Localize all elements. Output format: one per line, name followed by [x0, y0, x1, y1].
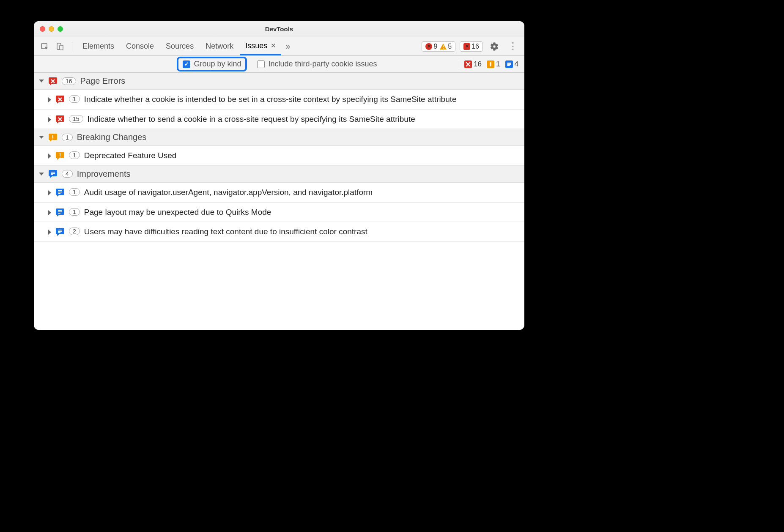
- issue-row[interactable]: 1Page layout may be unexpected due to Qu…: [34, 203, 524, 222]
- issue-row[interactable]: 15Indicate whether to send a cookie in a…: [34, 110, 524, 129]
- toolbar-divider: [459, 60, 459, 69]
- group-count: 1: [62, 134, 73, 141]
- improvement-icon: [48, 169, 58, 178]
- console-status-pill[interactable]: ✕9 5: [422, 41, 455, 52]
- device-toolbar-icon[interactable]: [53, 41, 67, 52]
- svg-rect-23: [58, 230, 62, 230]
- caret-right-icon: [48, 210, 51, 215]
- tab-elements[interactable]: Elements: [77, 37, 119, 55]
- improvements-count-badge[interactable]: 4: [505, 60, 518, 69]
- group-header-improvements[interactable]: 4Improvements: [34, 166, 524, 183]
- group-by-kind-checkbox[interactable]: Group by kind: [177, 57, 247, 71]
- tabbar-right: ✕9 5 ✕16 ⋮: [422, 40, 520, 53]
- issues-status-pill[interactable]: ✕16: [460, 41, 483, 52]
- warning-triangle-icon: [440, 44, 447, 49]
- svg-rect-12: [60, 153, 60, 156]
- svg-rect-11: [52, 138, 53, 139]
- page-error-icon: [55, 95, 65, 104]
- close-tab-icon[interactable]: ✕: [271, 42, 276, 49]
- tab-network[interactable]: Network: [200, 37, 238, 55]
- svg-rect-25: [58, 232, 60, 233]
- svg-rect-9: [507, 65, 510, 66]
- breaking-changes-count-badge[interactable]: 1: [487, 60, 500, 69]
- group-by-kind-label: Group by kind: [194, 60, 241, 69]
- more-options-icon[interactable]: ⋮: [506, 43, 520, 50]
- page-error-icon: [464, 60, 472, 68]
- traffic-lights: [40, 26, 63, 32]
- checkbox-unchecked-icon: [257, 60, 265, 68]
- issue-title: Indicate whether a cookie is intended to…: [84, 94, 519, 105]
- svg-rect-4: [443, 48, 444, 49]
- svg-rect-17: [58, 190, 62, 191]
- titlebar: DevTools: [34, 21, 524, 37]
- breaking-changes-count: 1: [496, 60, 500, 69]
- svg-rect-5: [490, 62, 491, 65]
- caret-right-icon: [48, 230, 51, 235]
- issue-count: 1: [69, 95, 80, 103]
- tab-issues[interactable]: Issues ✕: [240, 37, 281, 55]
- devtools-tabbar: Elements Console Sources Network Issues …: [34, 37, 524, 56]
- svg-rect-18: [58, 192, 62, 192]
- caret-right-icon: [48, 154, 51, 159]
- group-title: Improvements: [77, 169, 131, 179]
- breaking-change-icon: [55, 151, 65, 160]
- caret-right-icon: [48, 117, 51, 122]
- devtools-window: DevTools Elements Console Sources Networ…: [34, 21, 524, 330]
- svg-rect-13: [60, 157, 60, 158]
- caret-down-icon: [39, 136, 44, 139]
- svg-rect-6: [490, 65, 491, 66]
- group-title: Page Errors: [80, 76, 126, 86]
- page-errors-count: 16: [474, 60, 482, 69]
- improvement-icon: [55, 188, 65, 197]
- group-header-breaking-changes[interactable]: 1Breaking Changes: [34, 129, 524, 146]
- issue-title: Deprecated Feature Used: [84, 150, 519, 161]
- breaking-change-icon: [487, 60, 494, 68]
- issue-count: 1: [69, 151, 80, 159]
- issue-row[interactable]: 1Deprecated Feature Used: [34, 146, 524, 166]
- group-header-page-errors[interactable]: 16Page Errors: [34, 73, 524, 90]
- svg-rect-22: [58, 213, 60, 214]
- issue-title: Indicate whether to send a cookie in a c…: [88, 114, 519, 125]
- page-error-icon: [55, 115, 65, 124]
- tab-sources[interactable]: Sources: [161, 37, 199, 55]
- issue-count: 1: [69, 208, 80, 216]
- more-tabs-icon[interactable]: »: [283, 40, 293, 53]
- group-count: 4: [62, 170, 73, 178]
- inspect-element-icon[interactable]: [38, 41, 52, 52]
- checkbox-checked-icon: [183, 60, 190, 68]
- issues-list: 16Page Errors1Indicate whether a cookie …: [34, 73, 524, 330]
- caret-right-icon: [48, 97, 51, 102]
- svg-rect-21: [58, 211, 62, 212]
- page-errors-count-badge[interactable]: 16: [464, 60, 482, 69]
- improvement-icon: [55, 208, 65, 217]
- group-title: Breaking Changes: [77, 132, 147, 142]
- svg-rect-10: [52, 135, 53, 138]
- svg-rect-20: [58, 210, 62, 211]
- tab-elements-label: Elements: [82, 42, 114, 51]
- include-third-party-checkbox[interactable]: Include third-party cookie issues: [253, 58, 381, 70]
- warn-count: 5: [448, 43, 452, 50]
- settings-gear-icon[interactable]: [487, 40, 502, 53]
- box-error-count: 16: [471, 43, 479, 50]
- issue-title: Audit usage of navigator.userAgent, navi…: [84, 187, 519, 198]
- issue-count: 1: [69, 188, 80, 196]
- caret-down-icon: [39, 173, 44, 176]
- issue-row[interactable]: 2Users may have difficulties reading tex…: [34, 222, 524, 242]
- page-error-icon: [48, 77, 58, 86]
- improvement-icon: [505, 60, 513, 68]
- tab-issues-label: Issues: [245, 41, 267, 50]
- issue-row[interactable]: 1Indicate whether a cookie is intended t…: [34, 90, 524, 110]
- svg-rect-3: [443, 45, 444, 47]
- maximize-window-button[interactable]: [58, 26, 63, 32]
- breaking-change-icon: [48, 133, 58, 142]
- improvement-icon: [55, 227, 65, 236]
- svg-rect-24: [58, 231, 62, 232]
- close-window-button[interactable]: [40, 26, 45, 32]
- svg-rect-8: [507, 64, 511, 65]
- tab-console[interactable]: Console: [121, 37, 159, 55]
- group-count: 16: [62, 77, 76, 85]
- issue-row[interactable]: 1Audit usage of navigator.userAgent, nav…: [34, 183, 524, 203]
- error-circle-icon: ✕: [425, 43, 432, 50]
- svg-rect-2: [60, 45, 63, 50]
- minimize-window-button[interactable]: [49, 26, 54, 32]
